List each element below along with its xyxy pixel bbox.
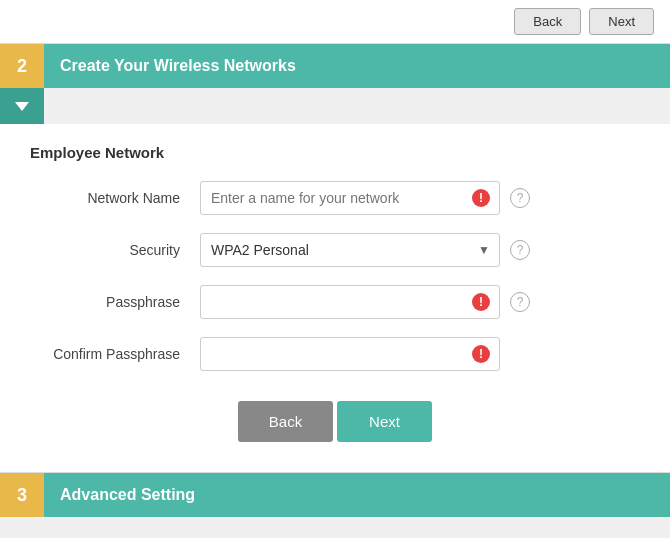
section3-number: 3 — [0, 473, 44, 517]
section2-title: Create Your Wireless Networks — [44, 57, 296, 75]
confirm-passphrase-error-icon: ! — [472, 345, 490, 363]
network-name-input[interactable] — [200, 181, 500, 215]
security-label: Security — [30, 242, 200, 258]
confirm-passphrase-input-wrapper: ! — [200, 337, 500, 371]
security-help-icon[interactable]: ? — [510, 240, 530, 260]
network-name-row: Network Name ! ? — [30, 181, 640, 215]
back-button[interactable]: Back — [238, 401, 333, 442]
section2-toggle[interactable] — [0, 88, 44, 124]
top-next-button[interactable]: Next — [589, 8, 654, 35]
passphrase-error-icon: ! — [472, 293, 490, 311]
passphrase-row: Passphrase ! ? — [30, 285, 640, 319]
next-button[interactable]: Next — [337, 401, 432, 442]
confirm-passphrase-row: Confirm Passphrase ! — [30, 337, 640, 371]
network-name-error-icon: ! — [472, 189, 490, 207]
employee-network-title: Employee Network — [30, 144, 640, 161]
passphrase-label: Passphrase — [30, 294, 200, 310]
section3-title: Advanced Setting — [44, 486, 195, 504]
top-back-button[interactable]: Back — [514, 8, 581, 35]
section3-header: 3 Advanced Setting — [0, 473, 670, 517]
chevron-down-icon — [15, 102, 29, 111]
top-bar: Back Next — [0, 0, 670, 44]
network-name-help-icon[interactable]: ? — [510, 188, 530, 208]
page-wrapper: Back Next 2 Create Your Wireless Network… — [0, 0, 670, 538]
section2-number: 2 — [0, 44, 44, 88]
section2-header: 2 Create Your Wireless Networks — [0, 44, 670, 88]
passphrase-input-wrapper: ! — [200, 285, 500, 319]
button-row: Back Next — [30, 401, 640, 442]
passphrase-help-icon[interactable]: ? — [510, 292, 530, 312]
confirm-passphrase-input[interactable] — [200, 337, 500, 371]
security-select[interactable]: WPA2 Personal WPA Personal WEP None — [200, 233, 500, 267]
confirm-passphrase-label: Confirm Passphrase — [30, 346, 200, 362]
form-container: Employee Network Network Name ! ? Securi… — [0, 124, 670, 473]
passphrase-input[interactable] — [200, 285, 500, 319]
network-name-label: Network Name — [30, 190, 200, 206]
network-name-input-wrapper: ! — [200, 181, 500, 215]
security-select-wrapper: WPA2 Personal WPA Personal WEP None ▼ — [200, 233, 500, 267]
security-row: Security WPA2 Personal WPA Personal WEP … — [30, 233, 640, 267]
